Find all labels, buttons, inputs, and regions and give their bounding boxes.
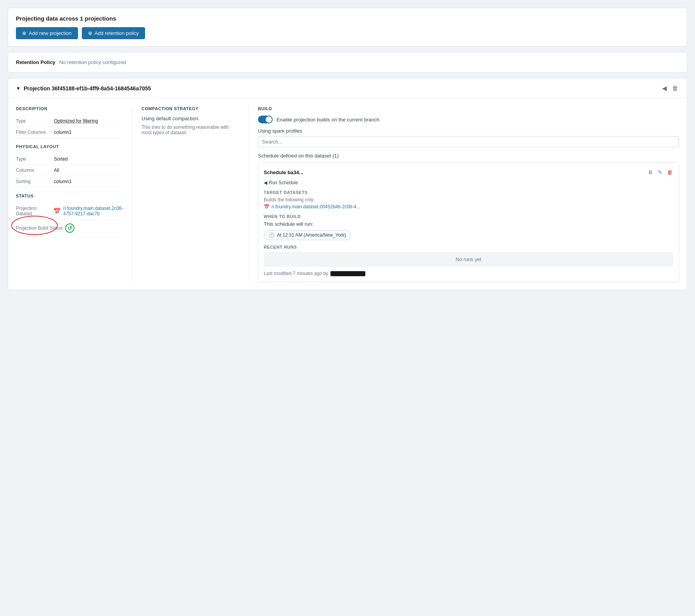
- add-projection-button[interactable]: ⊕ Add new projection: [16, 27, 78, 39]
- schedule-top: Schedule ba34... ⏸ ✎ 🗑: [264, 168, 673, 176]
- columns-label: Columns: [16, 168, 51, 173]
- retention-value: No retention policy configured: [59, 59, 126, 65]
- spark-search-input[interactable]: [258, 136, 679, 147]
- page-title: Projecting data across 1 projections: [16, 15, 679, 22]
- description-section-title: DESCRIPTION: [16, 106, 123, 111]
- button-row: ⊕ Add new projection ⊕ Add retention pol…: [16, 27, 679, 39]
- spark-label: Using spark profiles: [258, 128, 679, 134]
- projection-build-status-row: Projection Build Status: [16, 220, 123, 237]
- compaction-column: COMPACTION STRATEGY Using default compac…: [132, 106, 249, 282]
- projection-dataset-value[interactable]: ri.foundry.main.dataset.2c06-4757-9217-d…: [63, 206, 123, 216]
- status-section-title: STATUS: [16, 194, 123, 198]
- filter-columns-label: Filter Columns: [16, 130, 51, 135]
- projection-header-icons: ◀ 🗑: [661, 84, 679, 93]
- build-title: BUILD: [258, 106, 679, 111]
- target-datasets-title: TARGET DATASETS: [264, 190, 673, 195]
- compaction-line1: Using default compaction.: [142, 116, 239, 121]
- physical-layout-title: PHYSICAL LAYOUT: [16, 144, 123, 149]
- compaction-title: COMPACTION STRATEGY: [142, 106, 239, 111]
- edit-schedule-button[interactable]: ✎: [657, 168, 663, 176]
- toggle-row: Enable projection builds on the current …: [258, 116, 679, 123]
- schedule-header: Schedule defined on this dataset (1): [258, 153, 679, 159]
- filter-columns-value: column1: [54, 130, 71, 135]
- projection-card: ▼ Projection 36f45188-ef1b-4ff9-8a54-168…: [8, 78, 687, 290]
- build-column: BUILD Enable projection builds on the cu…: [249, 106, 679, 282]
- retention-label: Retention Policy: [16, 59, 55, 65]
- retention-card: Retention Policy No retention policy con…: [8, 52, 687, 73]
- delete-schedule-button[interactable]: 🗑: [666, 168, 673, 176]
- top-card: Projecting data across 1 projections ⊕ A…: [8, 8, 687, 47]
- redacted-username: [330, 271, 365, 276]
- projection-header: ▼ Projection 36f45188-ef1b-4ff9-8a54-168…: [8, 78, 687, 99]
- build-status-icon: [65, 223, 74, 233]
- schedule-time-text: At 12:31 AM (America/New_York): [277, 232, 346, 238]
- plus-circle-icon-2: ⊕: [88, 30, 92, 36]
- projection-body: DESCRIPTION Type Optimized for filtering…: [8, 99, 687, 290]
- target-datasets-section: TARGET DATASETS Builds the following onl…: [264, 190, 673, 209]
- when-to-build-section: WHEN TO BUILD This schedule will run: 🕐 …: [264, 214, 673, 240]
- plus-circle-icon: ⊕: [22, 30, 26, 36]
- calendar-icon-2: 📅: [264, 204, 270, 209]
- recent-runs-section: RECENT RUNS No runs yet Last modified 7 …: [264, 245, 673, 276]
- last-modified-text: Last modified 7 minutes ago by: [264, 271, 673, 276]
- type-label: Type: [16, 118, 51, 124]
- pause-schedule-button[interactable]: ⏸: [647, 168, 654, 176]
- no-runs-box: No runs yet: [264, 252, 673, 267]
- run-icon: ◀: [264, 180, 267, 185]
- dataset-link-text: ri.foundry.main.dataset.00452b46-2c06-4.…: [271, 204, 360, 209]
- target-dataset-link[interactable]: 📅 ri.foundry.main.dataset.00452b46-2c06-…: [264, 204, 673, 209]
- schedule-time-badge: 🕐 At 12:31 AM (America/New_York): [264, 230, 351, 240]
- builds-only-text: Builds the following only:: [264, 197, 673, 202]
- filter-columns-row: Filter Columns column1: [16, 127, 123, 138]
- enable-builds-toggle[interactable]: [258, 116, 273, 123]
- sorting-value: column1: [54, 179, 71, 184]
- projection-title: ▼ Projection 36f45188-ef1b-4ff9-8a54-168…: [16, 85, 151, 92]
- type-row: Type Optimized for filtering: [16, 116, 123, 127]
- run-schedule-button[interactable]: ◀ Run Schedule: [264, 180, 298, 185]
- columns-value: All: [54, 168, 59, 173]
- recent-runs-title: RECENT RUNS: [264, 245, 673, 249]
- projection-title-text: Projection 36f45188-ef1b-4ff9-8a54-16845…: [24, 85, 151, 92]
- projection-dataset-row: Projection Dataset 📅 ri.foundry.main.dat…: [16, 203, 123, 220]
- build-status-label: Projection Build Status: [16, 225, 63, 231]
- sorting-label: Sorting: [16, 179, 51, 184]
- schedule-card: Schedule ba34... ⏸ ✎ 🗑 ◀ Run Schedule TA…: [258, 163, 679, 282]
- delete-projection-button[interactable]: 🗑: [671, 84, 679, 93]
- description-column: DESCRIPTION Type Optimized for filtering…: [16, 106, 132, 282]
- layout-type-row: Type Sorted: [16, 154, 123, 165]
- when-to-build-title: WHEN TO BUILD: [264, 214, 673, 219]
- chevron-down-icon: ▼: [16, 86, 21, 91]
- compaction-line2: This tries to do something reasonable wi…: [142, 125, 239, 135]
- this-schedule-text: This schedule will run:: [264, 221, 673, 227]
- schedule-name: Schedule ba34...: [264, 170, 303, 175]
- layout-type-value: Sorted: [54, 156, 67, 162]
- calendar-icon: 📅: [53, 208, 61, 215]
- columns-row: Columns All: [16, 165, 123, 176]
- type-value: Optimized for filtering: [54, 118, 98, 124]
- sorting-row: Sorting column1: [16, 176, 123, 187]
- clock-icon: 🕐: [269, 232, 275, 238]
- add-retention-button[interactable]: ⊕ Add retention policy: [82, 27, 145, 39]
- toggle-label: Enable projection builds on the current …: [277, 117, 379, 123]
- back-arrow-button[interactable]: ◀: [661, 84, 667, 93]
- run-schedule-label: Run Schedule: [269, 180, 298, 185]
- layout-type-label: Type: [16, 156, 51, 162]
- schedule-actions: ⏸ ✎ 🗑: [647, 168, 673, 176]
- projection-dataset-label: Projection Dataset: [16, 206, 51, 216]
